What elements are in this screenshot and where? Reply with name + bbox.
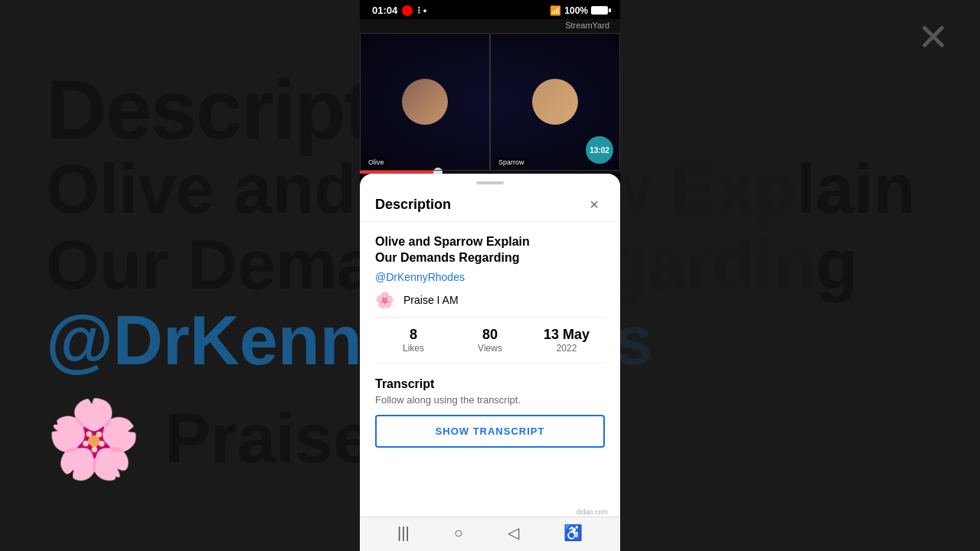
streamyard-label: StreamYard [565, 21, 609, 30]
video-label-sparrow: Sparrow [495, 158, 528, 167]
nav-back-icon[interactable]: ◁ [508, 523, 519, 542]
channel-name: Praise I AM [403, 294, 459, 306]
video-cell-2: Sparrow 13:02 [490, 33, 620, 171]
stat-date-label: 2022 [528, 343, 605, 354]
video-cell-1: Olive [360, 33, 490, 171]
battery-icon [591, 6, 608, 15]
channel-emoji: 🌸 [375, 291, 394, 309]
channel-link[interactable]: @DrKennyRhodes [375, 271, 605, 283]
channel-link-text: @DrKennyRhodes [375, 271, 465, 283]
nav-accessibility-icon[interactable]: ♿ [564, 523, 583, 542]
bottom-nav: ||| ○ ◁ ♿ [360, 517, 620, 551]
video-grid: Olive Sparrow 13:02 [360, 33, 620, 171]
nav-menu-icon[interactable]: ||| [397, 524, 410, 542]
description-modal: Description × Olive and Sparrow Explain … [360, 174, 620, 551]
avatar-olive [402, 79, 448, 125]
stat-likes-label: Likes [375, 343, 452, 354]
avatar-sparrow [532, 79, 578, 125]
status-bar-left: 01:04 ⁝ • [372, 5, 426, 16]
channel-row: 🌸 Praise I AM [375, 291, 605, 309]
stat-likes: 8 Likes [375, 327, 452, 354]
video-label-olive: Olive [365, 158, 387, 167]
bg-emoji: 🌸 [46, 394, 142, 484]
stat-likes-value: 8 [375, 327, 452, 343]
close-bg-icon: ✕ [917, 15, 949, 60]
stat-views: 80 Views [452, 327, 528, 354]
stat-views-value: 80 [452, 327, 528, 343]
avatar-olive-img [402, 79, 448, 125]
stat-date: 13 May 2022 [528, 327, 605, 354]
avatar-sparrow-img [532, 79, 578, 125]
status-bar: 01:04 ⁝ • 📶 100% [360, 0, 620, 19]
stat-date-value: 13 May [528, 327, 605, 343]
status-dots: ⁝ • [417, 5, 426, 16]
modal-header: Description × [360, 184, 620, 222]
modal-body: Olive and Sparrow Explain Our Demands Re… [360, 222, 620, 517]
wifi-icon: 📶 [550, 5, 561, 16]
nav-home-icon[interactable]: ○ [454, 524, 463, 542]
transcript-subtitle: Follow along using the transcript. [375, 394, 605, 406]
transcript-section: Transcript Follow along using the transc… [375, 371, 605, 448]
status-bar-right: 📶 100% [550, 5, 608, 16]
rec-dot-icon [402, 5, 413, 16]
battery-pct: 100% [564, 5, 588, 16]
show-transcript-button[interactable]: SHOW TRANSCRIPT [375, 415, 605, 448]
timer-badge: 13:02 [586, 136, 613, 164]
stats-row: 8 Likes 80 Views 13 May 2022 [375, 317, 605, 364]
modal-title: Description [375, 197, 451, 213]
status-time: 01:04 [372, 5, 397, 16]
stat-views-label: Views [452, 343, 528, 354]
streamyard-bar: StreamYard [360, 19, 620, 33]
phone-frame: 01:04 ⁝ • 📶 100% StreamYard Olive [360, 0, 620, 551]
modal-close-button[interactable]: × [583, 194, 605, 215]
video-title: Olive and Sparrow Explain Our Demands Re… [375, 234, 605, 266]
video-area: Olive Sparrow 13:02 [360, 33, 620, 171]
transcript-title: Transcript [375, 377, 605, 391]
watermark: didao.com [576, 508, 608, 516]
